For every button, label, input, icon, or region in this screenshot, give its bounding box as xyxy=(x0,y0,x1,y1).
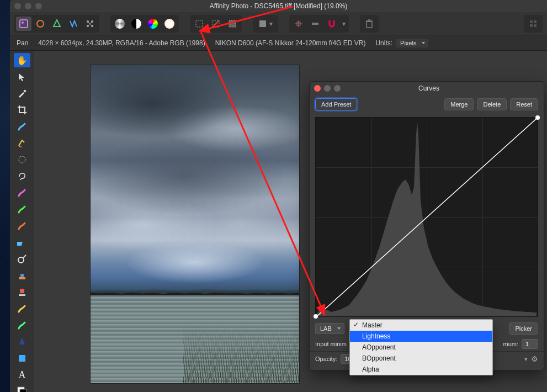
svg-rect-19 xyxy=(312,23,318,25)
svg-point-32 xyxy=(18,257,24,263)
svg-point-29 xyxy=(20,146,22,147)
channel-menu-master[interactable]: Master xyxy=(350,320,492,331)
tone-map-persona-icon[interactable] xyxy=(66,17,81,31)
svg-point-2 xyxy=(37,20,44,27)
export-persona-icon[interactable] xyxy=(82,17,98,31)
panel-titlebar[interactable]: Curves xyxy=(310,82,544,95)
colorspace-select[interactable]: LAB xyxy=(315,323,344,334)
svg-line-33 xyxy=(23,255,26,258)
rectangle-tool-icon[interactable] xyxy=(14,351,30,365)
svg-point-28 xyxy=(19,146,20,147)
arrange-icon[interactable] xyxy=(525,17,541,31)
crop-tool-icon[interactable] xyxy=(14,103,30,117)
develop-persona-icon[interactable] xyxy=(49,17,65,31)
magnet-snap-icon[interactable] xyxy=(324,17,339,31)
smudge-tool-icon[interactable] xyxy=(14,301,30,316)
blur-tool-icon[interactable] xyxy=(14,318,30,332)
zoom-window-icon[interactable] xyxy=(35,3,42,9)
auto-white-balance-button[interactable] xyxy=(162,17,177,31)
freehand-select-tool-icon[interactable] xyxy=(14,169,30,183)
pen-tool-icon[interactable] xyxy=(14,335,30,349)
color-picker-tool-icon[interactable] xyxy=(14,86,30,100)
photo-persona-icon[interactable] xyxy=(16,17,31,31)
text-tool-icon[interactable]: A xyxy=(14,368,30,382)
dodge-tool-icon[interactable] xyxy=(14,252,30,266)
merge-button[interactable]: Merge xyxy=(444,98,474,110)
tools-palette: ✋ xyxy=(10,51,34,392)
main-toolbar: ▾ ▾ xyxy=(10,12,547,35)
stamp-tool-icon[interactable] xyxy=(14,268,30,283)
svg-marker-3 xyxy=(54,20,60,27)
curves-graph[interactable] xyxy=(315,117,538,317)
healing-brush-tool-icon[interactable] xyxy=(14,285,30,299)
move-tool-icon[interactable] xyxy=(14,70,30,84)
svg-rect-24 xyxy=(534,20,537,23)
selection-brush-tool-icon[interactable] xyxy=(14,119,30,134)
channel-menu-lightness[interactable]: Lightness xyxy=(350,331,492,342)
svg-line-42 xyxy=(316,118,538,317)
svg-rect-27 xyxy=(23,89,26,93)
view-tool-icon[interactable]: ✋ xyxy=(14,53,30,67)
pixel-tool-icon[interactable] xyxy=(14,202,30,216)
svg-rect-0 xyxy=(20,20,28,28)
svg-rect-35 xyxy=(20,274,24,277)
snapping-toggle-icon[interactable] xyxy=(291,17,306,31)
curves-panel: Curves Add Preset Merge Delete Reset xyxy=(309,81,544,370)
picker-button[interactable]: Picker xyxy=(509,322,538,335)
channel-menu: Master Lightness AOpponent BOpponent Alp… xyxy=(349,319,493,375)
liquify-persona-icon[interactable] xyxy=(33,17,48,31)
selection-all-icon[interactable] xyxy=(192,17,207,31)
svg-rect-15 xyxy=(259,20,266,27)
zoom-panel-icon[interactable] xyxy=(334,85,341,92)
svg-rect-38 xyxy=(19,355,25,362)
svg-line-12 xyxy=(213,20,219,27)
svg-rect-13 xyxy=(229,20,236,27)
auto-colors-button[interactable] xyxy=(145,17,161,31)
curve-node-black[interactable] xyxy=(314,314,318,319)
document-image xyxy=(91,65,299,383)
add-preset-button[interactable]: Add Preset xyxy=(315,98,357,110)
auto-contrast-button[interactable] xyxy=(129,17,144,31)
selection-invert-icon[interactable] xyxy=(225,17,240,31)
reset-button[interactable]: Reset xyxy=(510,98,538,110)
quick-mask-dropdown[interactable]: ▾ xyxy=(254,17,277,31)
svg-point-1 xyxy=(22,22,24,24)
context-toolbar: Pan 4028 × 6034px, 24.30MP, RGBA/16 - Ad… xyxy=(10,35,547,51)
window-controls xyxy=(14,3,42,9)
channel-menu-bopponent[interactable]: BOpponent xyxy=(350,353,492,364)
force-pixel-align-icon[interactable] xyxy=(307,17,323,31)
close-window-icon[interactable] xyxy=(14,3,21,9)
titlebar: Affinity Photo - DSC5465.tiff [Modified]… xyxy=(10,0,547,12)
svg-rect-40 xyxy=(20,389,26,392)
selection-deselect-icon[interactable] xyxy=(208,17,224,31)
minimize-window-icon[interactable] xyxy=(25,3,31,9)
svg-rect-10 xyxy=(196,20,203,27)
color-swatch-icon[interactable] xyxy=(14,384,30,392)
camera-info: NIKON D600 (AF-S Nikkor 24-120mm f/4G ED… xyxy=(215,39,366,47)
active-tool-label: Pan xyxy=(17,39,28,47)
svg-rect-20 xyxy=(367,22,372,28)
svg-rect-25 xyxy=(530,24,533,27)
close-panel-icon[interactable] xyxy=(314,85,321,92)
delete-button[interactable]: Delete xyxy=(477,98,507,110)
chevron-down-icon[interactable]: ▾ xyxy=(524,356,528,363)
trash-icon[interactable] xyxy=(362,17,377,31)
input-min-label: Input minim xyxy=(315,341,347,347)
channel-menu-aopponent[interactable]: AOpponent xyxy=(350,342,492,353)
paint-brush-tool-icon[interactable] xyxy=(14,186,30,200)
curve-node-white[interactable] xyxy=(535,115,540,120)
snapping-options-chevron[interactable]: ▾ xyxy=(341,17,347,31)
marquee-tool-icon[interactable] xyxy=(14,152,30,167)
erase-brush-tool-icon[interactable] xyxy=(14,219,30,233)
minimize-panel-icon[interactable] xyxy=(324,85,331,92)
gear-icon752[interactable]: ⚙ xyxy=(531,354,538,363)
svg-rect-34 xyxy=(19,277,25,279)
flood-select-tool-icon[interactable] xyxy=(14,136,30,150)
units-dropdown[interactable]: Pixels xyxy=(396,39,428,47)
auto-levels-button[interactable] xyxy=(112,17,128,31)
fill-tool-icon[interactable] xyxy=(14,235,30,250)
svg-rect-31 xyxy=(17,242,23,246)
svg-point-30 xyxy=(19,156,25,163)
output-max-field[interactable]: 1 xyxy=(522,339,538,349)
channel-menu-alpha[interactable]: Alpha xyxy=(350,364,492,375)
